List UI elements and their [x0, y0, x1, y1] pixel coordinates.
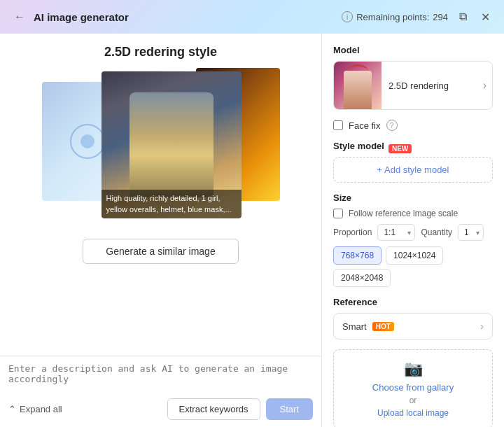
model-name: 2.5D rendering [382, 80, 483, 91]
face-fix-help-icon[interactable]: ? [386, 120, 398, 131]
quantity-select-wrapper: 1 2 4 [458, 224, 484, 241]
remaining-value: 294 [433, 12, 448, 22]
close-icon[interactable]: ✕ [478, 8, 493, 27]
hot-badge: HOT [372, 322, 394, 331]
face-fix-row: Face fix ? [333, 120, 493, 131]
new-badge: NEW [388, 144, 412, 153]
expand-all-button[interactable]: ⌃ Expand all [8, 404, 62, 414]
follow-ref-label: Follow reference image scale [349, 209, 458, 218]
upload-image-icon: 📷 [404, 360, 423, 378]
remaining-label: Remaining points: [356, 12, 429, 22]
info-icon: i [342, 11, 353, 22]
prompt-right-buttons: Extract keywords Start [167, 398, 313, 420]
prompt-area: ⌃ Expand all Extract keywords Start [0, 356, 321, 427]
expand-all-label: Expand all [20, 404, 62, 414]
quantity-select[interactable]: 1 2 4 [458, 224, 484, 241]
style-model-row: Style model NEW [333, 141, 493, 157]
resolution-2048-button[interactable]: 2048×2048 [333, 269, 391, 287]
follow-ref-checkbox[interactable] [333, 209, 343, 218]
start-button[interactable]: Start [266, 398, 313, 420]
app-title: AI image generator [34, 11, 129, 23]
face-fix-checkbox[interactable] [333, 120, 343, 130]
preview-title: 2.5D redering style [104, 45, 217, 59]
image-collage: High quality, richly detailed, 1 girl, y… [42, 68, 280, 229]
right-panel: Model 2.5D rendering › Face fix ? Style … [322, 34, 504, 427]
proportion-select[interactable]: 1:1 4:3 16:9 9:16 [377, 224, 415, 241]
smart-row[interactable]: Smart HOT › [333, 313, 493, 340]
add-style-model-button[interactable]: + Add style model [333, 157, 493, 183]
choose-from-gallery-link[interactable]: Choose from gallary [372, 382, 454, 393]
smart-inner: Smart HOT [342, 321, 394, 332]
preview-area: 2.5D redering style High quality, richly… [0, 34, 321, 356]
model-figure-deco [344, 71, 372, 109]
remaining-points: i Remaining points: 294 [342, 11, 448, 22]
size-section: Size Follow reference image scale Propor… [333, 192, 493, 287]
prompt-actions: ⌃ Expand all Extract keywords Start [8, 398, 313, 420]
reference-label: Reference [333, 297, 493, 307]
generate-similar-button[interactable]: Generate a similar image [83, 239, 238, 264]
smart-arrow-icon: › [480, 321, 484, 332]
model-thumbnail [334, 62, 382, 109]
deco-circle [70, 124, 105, 159]
proportion-row: Proportion 1:1 4:3 16:9 9:16 Quantity 1 … [333, 224, 493, 241]
main-layout: 2.5D redering style High quality, richly… [0, 34, 504, 427]
resolution-row: 768×768 1024×1024 2048×2048 [333, 246, 493, 287]
quantity-label: Quantity [421, 227, 452, 237]
extract-keywords-button[interactable]: Extract keywords [167, 398, 260, 420]
top-bar: ← AI image generator i Remaining points:… [0, 0, 504, 34]
resolution-768-button[interactable]: 768×768 [333, 246, 382, 265]
model-section-label: Model [333, 45, 493, 55]
main-image-inner: High quality, richly detailed, 1 girl, y… [102, 71, 241, 218]
resolution-1024-button[interactable]: 1024×1024 [386, 246, 443, 265]
image-caption: High quality, richly detailed, 1 girl, y… [102, 190, 241, 218]
upload-area: 📷 Choose from gallary or Upload local im… [333, 349, 493, 427]
upload-or-text: or [410, 396, 417, 405]
style-model-section: Style model NEW + Add style model [333, 141, 493, 183]
smart-label: Smart [342, 321, 367, 332]
proportion-select-wrapper: 1:1 4:3 16:9 9:16 [377, 224, 415, 241]
top-bar-right: i Remaining points: 294 ⧉ ✕ [342, 8, 493, 27]
back-button[interactable]: ← [11, 8, 28, 26]
upload-local-link[interactable]: Upload local image [377, 408, 449, 418]
size-label: Size [333, 192, 493, 203]
follow-ref-row: Follow reference image scale [333, 209, 493, 218]
collage-image-main: High quality, richly detailed, 1 girl, y… [102, 71, 241, 218]
model-section: Model 2.5D rendering › [333, 45, 493, 110]
model-arrow-icon: › [483, 79, 492, 92]
face-fix-label: Face fix [349, 120, 381, 131]
reference-section: Reference Smart HOT › [333, 297, 493, 340]
expand-icon[interactable]: ⧉ [456, 8, 470, 26]
left-panel: 2.5D redering style High quality, richly… [0, 34, 322, 427]
prompt-input[interactable] [8, 363, 313, 393]
main-figure [130, 92, 214, 197]
proportion-label: Proportion [333, 227, 372, 237]
expand-icon-arrow: ⌃ [8, 404, 16, 414]
top-bar-left: ← AI image generator [11, 8, 129, 26]
style-model-label: Style model [333, 141, 384, 151]
model-card[interactable]: 2.5D rendering › [333, 61, 493, 110]
